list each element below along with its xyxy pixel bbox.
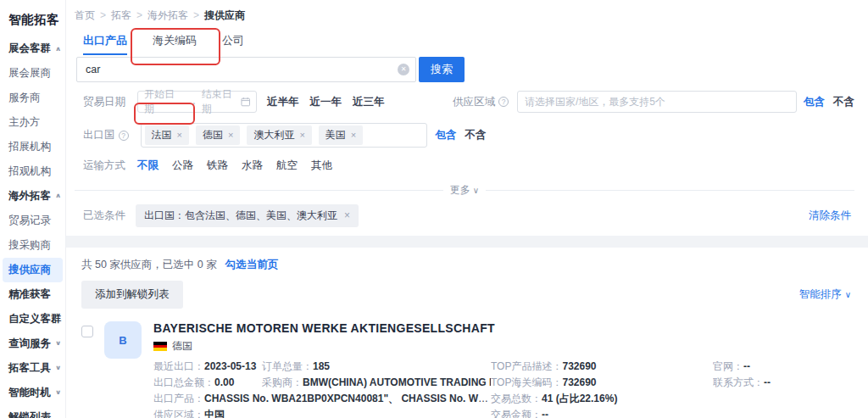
chevron-up-icon: ∧ — [55, 187, 61, 206]
tab-company[interactable]: 公司 — [222, 33, 244, 53]
supplier-country: 德国 — [172, 339, 192, 354]
quick-range-three-years[interactable]: 近三年 — [353, 95, 385, 109]
filter-panel: 出口产品 海关编码 公司 搜索 贸易日期 开始日期 → 结束日期 近半年 近一年… — [73, 23, 854, 236]
sidebar-item-unlock-list[interactable]: 解锁列表 — [0, 405, 65, 418]
sidebar-group-exhibition[interactable]: 展会客群∧ — [0, 36, 65, 61]
selected-conditions-label: 已选条件 — [83, 209, 125, 223]
region-include-toggle[interactable]: 包含 — [804, 95, 825, 109]
remove-condition-icon[interactable]: × — [344, 209, 350, 221]
sidebar-item-trade-records[interactable]: 贸易记录 — [0, 209, 65, 233]
arrow-right-icon: → — [187, 96, 198, 108]
sidebar-item-search-buyers[interactable]: 搜采购商 — [0, 233, 65, 258]
results-summary-row: 共 50 家供应商，已选中 0 家 勾选当前页 — [81, 258, 851, 272]
country-tag-france: 法国× — [145, 125, 189, 145]
filter-row-date-region: 贸易日期 开始日期 → 结束日期 近半年 近一年 近三年 供应区域 ? 包含 不… — [75, 91, 854, 113]
remove-tag-icon[interactable]: × — [299, 130, 304, 140]
breadcrumb-current: 搜供应商 — [204, 9, 245, 21]
sidebar-item-search-suppliers[interactable]: 搜供应商 — [3, 258, 63, 282]
chevron-down-icon: ∨ — [845, 290, 851, 299]
transport-rail[interactable]: 铁路 — [207, 159, 228, 173]
select-current-page-link[interactable]: 勾选当前页 — [225, 258, 279, 272]
sidebar-item-precise-leads[interactable]: 精准获客 — [0, 282, 65, 307]
date-range-input[interactable]: 开始日期 → 结束日期 — [137, 91, 257, 113]
export-country-tags-input[interactable]: 法国× 德国× 澳大利亚× 美国× — [141, 123, 427, 148]
country-tag-australia: 澳大利亚× — [247, 125, 311, 145]
breadcrumb-overseas[interactable]: 海外拓客 — [147, 9, 188, 21]
question-circle-icon[interactable]: ? — [119, 131, 129, 141]
row-checkbox[interactable] — [81, 326, 93, 337]
region-exclude-toggle[interactable]: 不含 — [833, 95, 854, 109]
quick-range-half-year[interactable]: 近半年 — [267, 95, 299, 109]
date-end-placeholder: 结束日期 — [202, 87, 241, 116]
transport-options: 不限 公路 铁路 水路 航空 其他 — [137, 159, 332, 173]
supplier-name[interactable]: BAYERISCHE MOTOREN WERKE AKTIENGESELLSCH… — [153, 321, 851, 335]
sidebar-group-tools[interactable]: 拓客工具∨ — [0, 356, 65, 381]
trade-date-label: 贸易日期 — [83, 95, 125, 109]
search-input[interactable] — [76, 57, 416, 82]
country-include-toggle[interactable]: 包含 — [436, 128, 457, 142]
smart-sort-dropdown[interactable]: 智能排序∨ — [799, 287, 851, 302]
quick-range-one-year[interactable]: 近一年 — [310, 95, 342, 109]
results-actions-row: 添加到解锁列表 智能排序∨ — [81, 281, 851, 309]
remove-tag-icon[interactable]: × — [351, 130, 356, 140]
sidebar-item-organizers[interactable]: 主办方 — [0, 110, 65, 135]
sidebar-item-recruiting-agencies[interactable]: 招展机构 — [0, 135, 65, 159]
sidebar: 智能拓客 展会客群∧ 展会展商 服务商 主办方 招展机构 招观机构 海外拓客∧ … — [0, 0, 66, 418]
clear-conditions-link[interactable]: 清除条件 — [809, 209, 851, 223]
more-filters-row: 更多∨ — [75, 183, 854, 198]
sidebar-group-query-services[interactable]: 查询服务∨ — [0, 332, 65, 356]
date-start-placeholder: 开始日期 — [144, 87, 183, 116]
supplier-card: B BAYERISCHE MOTOREN WERKE AKTIENGESELLS… — [81, 309, 851, 418]
chevron-down-icon: ∨ — [473, 186, 479, 195]
filter-row-export-country: 出口国 ? 法国× 德国× 澳大利亚× 美国× 包含 不含 — [75, 123, 854, 148]
supply-region-input[interactable] — [517, 91, 797, 113]
search-row: 搜索 — [76, 57, 854, 82]
chevron-up-icon: ∧ — [55, 39, 61, 59]
question-circle-icon[interactable]: ? — [498, 97, 509, 107]
quick-ranges: 近半年 近一年 近三年 — [267, 95, 385, 109]
country-tag-usa: 美国× — [319, 125, 363, 145]
clear-icon[interactable] — [398, 64, 409, 75]
breadcrumb: 首页>拓客>海外拓客>搜供应商 — [73, 8, 854, 23]
selected-condition-tag: 出口国：包含法国、德国、美国、澳大利亚× — [136, 204, 359, 227]
transport-air[interactable]: 航空 — [276, 159, 298, 173]
supply-region-label: 供应区域 — [453, 95, 495, 109]
sidebar-item-custom-groups[interactable]: 自定义客群 — [0, 307, 65, 332]
transport-water[interactable]: 水路 — [242, 159, 263, 173]
selected-conditions-row: 已选条件 出口国：包含法国、德国、美国、澳大利亚× 清除条件 — [75, 204, 854, 236]
search-button[interactable]: 搜索 — [419, 57, 465, 82]
tab-hs-code[interactable]: 海关编码 — [153, 33, 197, 53]
chevron-down-icon: ∨ — [55, 359, 61, 378]
more-filters-toggle[interactable]: 更多∨ — [450, 183, 479, 198]
breadcrumb-home[interactable]: 首页 — [75, 9, 95, 21]
chevron-down-icon: ∨ — [55, 383, 61, 403]
add-to-unlock-list-button[interactable]: 添加到解锁列表 — [81, 281, 183, 309]
export-country-label: 出口国 — [83, 128, 115, 142]
remove-tag-icon[interactable]: × — [228, 130, 233, 140]
sidebar-item-visitor-agencies[interactable]: 招观机构 — [0, 159, 65, 184]
calendar-icon — [241, 97, 250, 107]
tab-export-product[interactable]: 出口产品 — [83, 33, 127, 55]
transport-unlimited[interactable]: 不限 — [137, 159, 159, 173]
main-content: 首页>拓客>海外拓客>搜供应商 出口产品 海关编码 公司 搜索 贸易日期 开始日… — [66, 0, 868, 418]
results-summary: 共 50 家供应商，已选中 0 家 — [81, 258, 217, 272]
transport-other[interactable]: 其他 — [311, 159, 332, 173]
results-panel: 共 50 家供应商，已选中 0 家 勾选当前页 添加到解锁列表 智能排序∨ B … — [73, 248, 854, 418]
transport-label: 运输方式 — [83, 159, 125, 173]
sidebar-item-service-providers[interactable]: 服务商 — [0, 86, 65, 110]
search-tabs: 出口产品 海关编码 公司 — [75, 33, 854, 53]
germany-flag-icon — [153, 342, 167, 351]
transport-road[interactable]: 公路 — [172, 159, 193, 173]
filter-row-transport: 运输方式 不限 公路 铁路 水路 航空 其他 — [75, 159, 854, 173]
country-tag-germany: 德国× — [196, 125, 240, 145]
sidebar-group-smart-timing[interactable]: 智能时机∨ — [0, 381, 65, 405]
chevron-down-icon: ∨ — [55, 334, 61, 354]
sidebar-item-exhibitors[interactable]: 展会展商 — [0, 61, 65, 86]
avatar: B — [104, 321, 142, 359]
panel-divider — [66, 236, 868, 248]
sidebar-group-overseas[interactable]: 海外拓客∧ — [0, 184, 65, 209]
breadcrumb-tuoke[interactable]: 拓客 — [111, 9, 131, 21]
remove-tag-icon[interactable]: × — [177, 130, 182, 140]
country-exclude-toggle[interactable]: 不含 — [465, 128, 487, 142]
app-title: 智能拓客 — [0, 7, 65, 36]
